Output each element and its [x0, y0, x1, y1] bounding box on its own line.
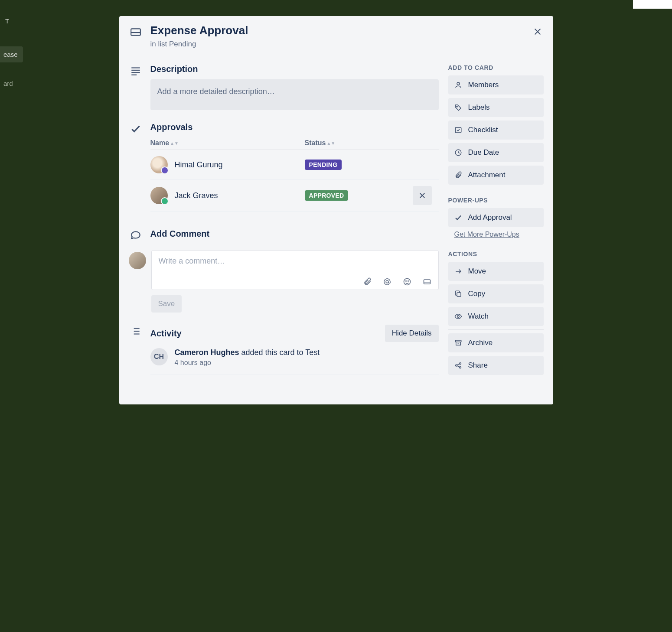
- attachment-button[interactable]: Attachment: [448, 166, 544, 185]
- description-icon: [130, 65, 141, 76]
- save-comment-button[interactable]: Save: [151, 295, 182, 313]
- svg-point-28: [457, 316, 459, 318]
- current-user-avatar: [129, 252, 146, 269]
- remove-approver-button[interactable]: [413, 186, 432, 205]
- svg-line-34: [457, 364, 460, 365]
- check-icon: [454, 214, 462, 222]
- svg-point-13: [408, 281, 408, 282]
- user-icon: [454, 81, 462, 89]
- card-icon: [423, 277, 431, 286]
- status-badge-approved: APPROVED: [305, 190, 349, 201]
- arrow-right-icon: [454, 267, 462, 275]
- svg-rect-27: [457, 293, 461, 296]
- activity-title: Activity: [150, 329, 182, 339]
- checklist-icon: [454, 126, 462, 134]
- eye-icon: [454, 313, 462, 320]
- attach-button[interactable]: [363, 277, 372, 286]
- clock-icon: [454, 149, 462, 156]
- card-title[interactable]: Expense Approval: [150, 24, 544, 37]
- tag-icon: [454, 104, 462, 111]
- actions-heading: ACTIONS: [448, 251, 544, 257]
- approver-name: Jack Graves: [175, 191, 218, 200]
- paperclip-icon: [454, 171, 462, 179]
- svg-point-12: [405, 281, 406, 282]
- svg-point-23: [456, 106, 457, 107]
- list-link[interactable]: Pending: [169, 40, 196, 48]
- col-name[interactable]: Name▲▼: [150, 139, 305, 147]
- add-comment-title: Add Comment: [150, 229, 439, 239]
- svg-point-10: [386, 280, 388, 283]
- card-modal: Expense Approval in list Pending Descrip…: [119, 16, 553, 404]
- status-badge-pending: PENDING: [305, 160, 342, 170]
- close-icon: [533, 27, 542, 36]
- svg-point-11: [404, 279, 410, 285]
- add-approval-button[interactable]: Add Approval: [448, 208, 544, 227]
- card-list-location: in list Pending: [150, 40, 544, 49]
- activity-time[interactable]: 4 hours ago: [175, 359, 320, 367]
- add-to-card-heading: ADD TO CARD: [448, 64, 544, 71]
- approvals-header: Name▲▼ Status▲▼: [150, 137, 439, 150]
- avatar: [150, 187, 168, 204]
- svg-point-22: [457, 82, 460, 85]
- archive-button[interactable]: Archive: [448, 333, 544, 352]
- svg-line-35: [457, 366, 460, 367]
- due-date-button[interactable]: Due Date: [448, 143, 544, 162]
- archive-icon: [454, 339, 462, 347]
- check-icon: [130, 123, 141, 134]
- svg-rect-29: [455, 340, 461, 342]
- close-button[interactable]: [530, 24, 545, 39]
- hide-details-button[interactable]: Hide Details: [385, 325, 439, 342]
- col-status[interactable]: Status▲▼: [305, 139, 413, 147]
- svg-rect-24: [455, 127, 461, 133]
- close-icon: [418, 192, 426, 199]
- card-icon: [130, 26, 141, 38]
- activity-icon: [130, 326, 141, 337]
- copy-icon: [454, 290, 462, 298]
- members-button[interactable]: Members: [448, 75, 544, 94]
- approval-row[interactable]: Himal Gurung PENDING: [150, 150, 439, 180]
- copy-button[interactable]: Copy: [448, 284, 544, 303]
- avatar: [150, 156, 168, 173]
- labels-button[interactable]: Labels: [448, 98, 544, 117]
- approver-name: Himal Gurung: [175, 160, 223, 169]
- comment-icon: [130, 230, 141, 241]
- move-button[interactable]: Move: [448, 262, 544, 281]
- card-link-button[interactable]: [423, 277, 431, 286]
- approval-row[interactable]: Jack Graves APPROVED: [150, 180, 439, 212]
- checklist-button[interactable]: Checklist: [448, 121, 544, 140]
- at-icon: [383, 277, 391, 286]
- description-input[interactable]: Add a more detailed description…: [150, 79, 439, 110]
- emoji-button[interactable]: [403, 277, 411, 286]
- paperclip-icon: [363, 277, 372, 286]
- powerups-heading: POWER-UPS: [448, 197, 544, 204]
- activity-entry: CH Cameron Hughes added this card to Tes…: [150, 348, 439, 375]
- activity-avatar: CH: [150, 348, 168, 365]
- share-icon: [454, 362, 462, 369]
- smile-icon: [403, 277, 411, 286]
- mention-button[interactable]: [383, 277, 391, 286]
- get-more-powerups-link[interactable]: Get More Power-Ups: [454, 231, 544, 238]
- watch-button[interactable]: Watch: [448, 307, 544, 326]
- share-button[interactable]: Share: [448, 356, 544, 375]
- description-title: Description: [150, 64, 439, 74]
- approvals-title: Approvals: [150, 122, 439, 132]
- comment-input[interactable]: Write a comment…: [151, 250, 439, 290]
